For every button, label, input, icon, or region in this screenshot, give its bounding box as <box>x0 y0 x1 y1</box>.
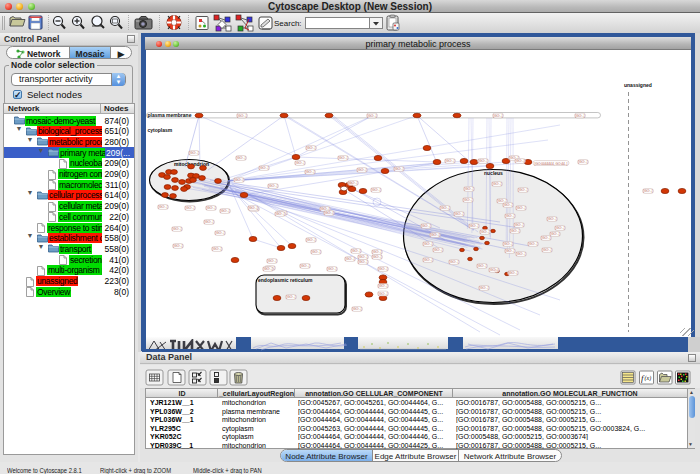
svg-text:[GO:..]: [GO:..] <box>550 232 560 236</box>
svg-text:[GO:..]: [GO:..] <box>327 267 337 271</box>
svg-text:[GO:..]: [GO:..] <box>367 114 377 118</box>
svg-text:[GO:..]: [GO:..] <box>286 295 296 299</box>
svg-text:[GO:..]: [GO:..] <box>505 214 515 218</box>
svg-text:[GO:..]: [GO:..] <box>555 226 565 230</box>
svg-text:[GO:..]: [GO:..] <box>173 244 183 248</box>
svg-text:[GO:..]: [GO:..] <box>449 260 459 264</box>
svg-text:[GO:..]: [GO:..] <box>518 188 528 192</box>
svg-text:[GO:..]: [GO:..] <box>185 206 195 210</box>
svg-text:[GO:..]: [GO:..] <box>423 258 433 262</box>
svg-text:[GO:..]: [GO:..] <box>351 249 361 253</box>
svg-text:[GO:..]: [GO:..] <box>643 189 653 193</box>
svg-text:[GO:..]: [GO:..] <box>268 184 278 188</box>
svg-text:[GO:..]: [GO:..] <box>237 114 247 118</box>
svg-text:[GO:..]: [GO:..] <box>358 255 368 259</box>
svg-text:[GO:..]: [GO:..] <box>515 159 525 163</box>
svg-text:[GO:..]: [GO:..] <box>345 257 355 261</box>
svg-text:[GO:..]: [GO:..] <box>378 267 388 271</box>
svg-text:[GO:..]: [GO:..] <box>430 233 440 237</box>
svg-text:[GO:..]: [GO:..] <box>541 236 551 240</box>
svg-text:[GO:..]: [GO:..] <box>311 250 321 254</box>
svg-text:[GO:..]: [GO:..] <box>357 168 367 172</box>
svg-text:[GO:..]: [GO:..] <box>542 248 552 252</box>
svg-text:[GO:..]: [GO:..] <box>372 255 382 259</box>
svg-text:[GO:..]: [GO:..] <box>464 187 474 191</box>
svg-text:[GO:..]: [GO:..] <box>489 268 499 272</box>
svg-text:[GO:..]: [GO:..] <box>348 181 358 185</box>
svg-text:plasma membrane: plasma membrane <box>148 112 192 118</box>
svg-text:[GO:..]: [GO:..] <box>338 156 348 160</box>
svg-text:[GO:..]: [GO:..] <box>469 224 479 228</box>
svg-text:[GO:..]: [GO:..] <box>352 307 362 311</box>
svg-text:[GO:..]: [GO:..] <box>358 260 368 264</box>
svg-text:[GO:..]: [GO:..] <box>267 259 277 263</box>
svg-text:[GO:..]: [GO:..] <box>445 159 455 163</box>
svg-text:[GO:..]: [GO:..] <box>306 238 316 242</box>
svg-text:[GO:..]: [GO:..] <box>172 227 182 231</box>
svg-text:[GO:..]: [GO:..] <box>463 198 473 202</box>
svg-text:[GO:..]: [GO:..] <box>378 292 388 296</box>
svg-text:nucleus: nucleus <box>484 170 503 176</box>
svg-text:[GO:..]: [GO:..] <box>440 206 450 210</box>
svg-text:[GO:..]: [GO:..] <box>516 252 526 256</box>
svg-text:[GO:..]: [GO:..] <box>421 224 431 228</box>
svg-text:[GO:..]: [GO:..] <box>324 211 334 215</box>
svg-text:[GO:..]: [GO:..] <box>275 212 285 216</box>
svg-text:[GO:..]: [GO:..] <box>503 242 513 246</box>
svg-text:[GO:..]: [GO:..] <box>508 271 518 275</box>
svg-text:[GO:..]: [GO:..] <box>477 264 487 268</box>
svg-text:[GO:..]: [GO:..] <box>516 206 526 210</box>
svg-text:[GO:..]: [GO:..] <box>505 249 515 253</box>
svg-text:Search:: Search: <box>274 19 302 28</box>
svg-text:[GO:..]: [GO:..] <box>259 166 269 170</box>
svg-text:[GO:..]: [GO:..] <box>454 212 464 216</box>
svg-text:[GO:..]: [GO:..] <box>514 223 524 227</box>
svg-text:[GO:..]: [GO:..] <box>189 151 199 155</box>
svg-text:[GO:..]: [GO:..] <box>305 170 315 174</box>
svg-text:[GO:..]: [GO:..] <box>378 284 388 288</box>
svg-text:[GO:..]: [GO:..] <box>394 167 404 171</box>
svg-text:[GO:..]: [GO:..] <box>528 242 538 246</box>
svg-text:[GO:..]: [GO:..] <box>423 242 433 246</box>
svg-text:[GO:..]: [GO:..] <box>204 220 214 224</box>
svg-text:[GO:..]: [GO:..] <box>478 159 488 163</box>
svg-text:[GO:..]: [GO:..] <box>158 205 168 209</box>
svg-text:[GO:..]: [GO:..] <box>306 146 316 150</box>
svg-text:endoplasmic reticulum: endoplasmic reticulum <box>258 277 313 283</box>
svg-text:[GO:..]: [GO:..] <box>503 203 513 207</box>
svg-text:[GO:..]: [GO:..] <box>206 206 216 210</box>
svg-text:[GO:..]: [GO:..] <box>575 114 585 118</box>
svg-text:[GO:..]: [GO:..] <box>479 286 489 290</box>
svg-text:[GO:..]: [GO:..] <box>547 217 557 221</box>
svg-text:[GO:..]: [GO:..] <box>263 267 273 271</box>
svg-text:[GO:..]: [GO:..] <box>234 178 244 182</box>
svg-text:[GO:..]: [GO:..] <box>578 160 588 164</box>
svg-text:[GO:..]: [GO:..] <box>248 206 258 210</box>
svg-text:[GO:..]: [GO:..] <box>215 231 225 235</box>
svg-text:[GO:..]: [GO:..] <box>212 247 222 251</box>
svg-text:[GO:..]: [GO:..] <box>295 161 305 165</box>
svg-text:[GO:..]: [GO:..] <box>492 182 502 186</box>
svg-text:[GO:..]: [GO:..] <box>300 264 310 268</box>
svg-text:[GO:..]: [GO:..] <box>220 209 230 213</box>
svg-text:unassigned: unassigned <box>624 82 652 88</box>
svg-text:[GO:0044444, GO:44..]: [GO:0044444, GO:44..] <box>535 162 568 166</box>
svg-text:[GO:..]: [GO:..] <box>433 248 443 252</box>
svg-text:[GO:..]: [GO:..] <box>371 188 381 192</box>
svg-text:(x): (x) <box>645 375 652 382</box>
svg-text:[GO:..]: [GO:..] <box>480 230 490 234</box>
svg-text:cytoplasm: cytoplasm <box>148 127 173 133</box>
svg-text:[GO:..]: [GO:..] <box>493 114 503 118</box>
svg-text:[GO:..]: [GO:..] <box>510 229 520 233</box>
svg-text:[GO:..]: [GO:..] <box>236 156 246 160</box>
svg-text:[GO:..]: [GO:..] <box>372 250 382 254</box>
